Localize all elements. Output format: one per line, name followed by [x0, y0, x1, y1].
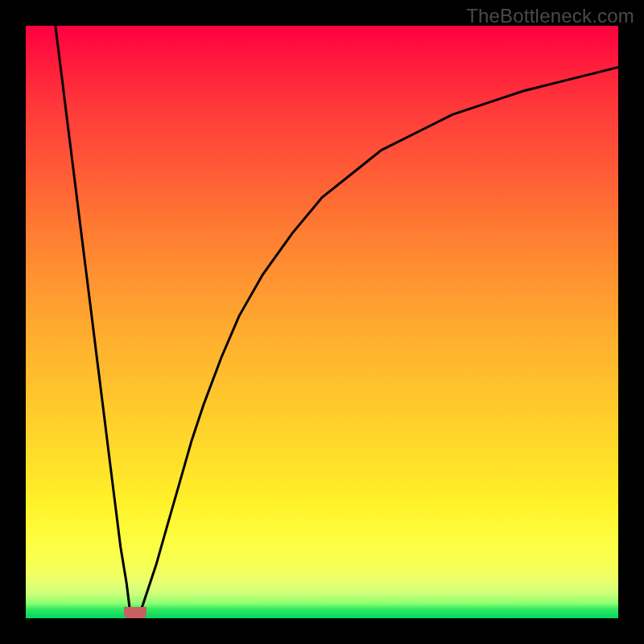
- curve-right-branch: [138, 68, 618, 619]
- valley-marker-icon: [124, 607, 147, 618]
- watermark-label: TheBottleneck.com: [466, 5, 634, 27]
- chart-frame: TheBottleneck.com: [0, 0, 644, 644]
- curve-left-branch: [56, 26, 133, 618]
- curve-svg: [26, 26, 618, 618]
- plot-area: [26, 26, 618, 618]
